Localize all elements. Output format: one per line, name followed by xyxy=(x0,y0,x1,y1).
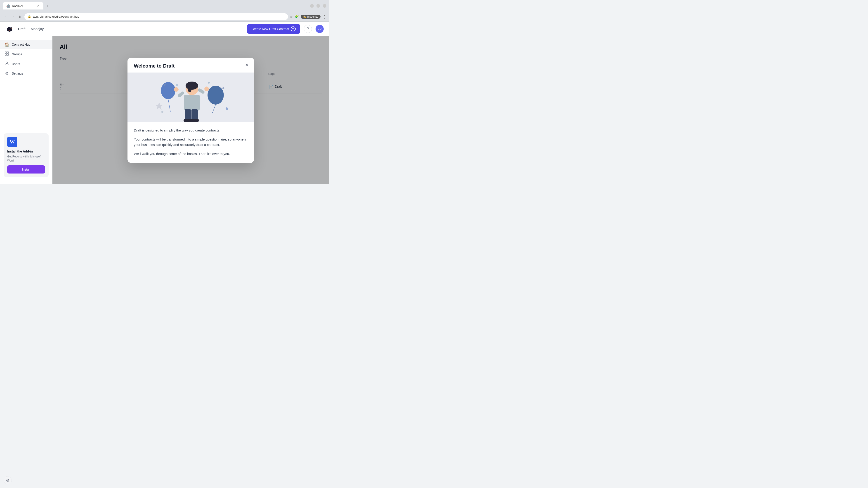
sidebar-label-users: Users xyxy=(12,62,20,66)
browser-ext-area: 🕵 Incognito ⋮ xyxy=(301,14,327,19)
minimize-button[interactable] xyxy=(310,4,314,8)
modal-illustration xyxy=(127,72,254,122)
url-display: app.robinai.co.uk/draft/contract-hub xyxy=(33,15,79,18)
extensions-icon[interactable]: 🧩 xyxy=(295,15,299,19)
reload-button[interactable]: ↻ xyxy=(17,14,23,20)
svg-rect-4 xyxy=(5,52,6,53)
browser-menu-button[interactable]: ⋮ xyxy=(322,14,327,19)
create-new-draft-button[interactable]: Create New Draft Contract + xyxy=(247,24,300,34)
sidebar-item-contract-hub[interactable]: 🏠 Contract Hub xyxy=(0,40,52,49)
browser-tabs: 🤖 Robin AI ✕ + xyxy=(3,2,308,9)
window-controls xyxy=(310,4,327,8)
new-tab-button[interactable]: + xyxy=(44,3,51,9)
word-icon: W xyxy=(7,137,17,147)
sidebar-label-settings: Settings xyxy=(12,72,23,75)
svg-point-25 xyxy=(208,86,224,105)
help-icon: ? xyxy=(307,27,309,31)
sidebar-item-users[interactable]: Users xyxy=(0,59,52,69)
modal-paragraph-3: We'll walk you through some of the basic… xyxy=(134,151,248,157)
svg-rect-6 xyxy=(5,54,6,55)
sidebar-label-groups: Groups xyxy=(12,53,22,56)
home-icon: 🏠 xyxy=(4,42,9,47)
active-tab[interactable]: 🤖 Robin AI ✕ xyxy=(3,2,43,9)
incognito-icon: 🕵 xyxy=(303,15,306,18)
install-title: Install the Add-in xyxy=(7,150,45,153)
header-right: Create New Draft Contract + ? LD xyxy=(247,24,324,34)
close-icon: ✕ xyxy=(245,62,249,68)
svg-rect-21 xyxy=(185,109,191,121)
svg-point-8 xyxy=(6,62,8,64)
svg-point-10 xyxy=(161,82,176,99)
users-icon xyxy=(4,61,9,66)
nav-item-draft[interactable]: Draft xyxy=(18,26,26,32)
modal-overlay[interactable]: ✕ Welcome to Draft xyxy=(53,36,329,184)
app-header: Draft Moodjoy Create New Draft Contract … xyxy=(0,22,329,36)
modal-title: Welcome to Draft xyxy=(134,63,248,69)
settings-icon: ⚙ xyxy=(4,71,9,76)
svg-rect-7 xyxy=(7,54,8,55)
bookmark-icon[interactable]: ☆ xyxy=(290,15,293,19)
sidebar-label-contract-hub: Contract Hub xyxy=(12,43,30,46)
svg-rect-22 xyxy=(191,109,198,121)
maximize-button[interactable] xyxy=(316,4,320,8)
svg-point-19 xyxy=(174,87,179,92)
install-button[interactable]: Install xyxy=(7,165,45,173)
lock-icon: 🔒 xyxy=(28,15,31,18)
address-bar[interactable]: 🔒 app.robinai.co.uk/draft/contract-hub xyxy=(24,13,288,20)
svg-rect-16 xyxy=(184,95,200,110)
content-area: All Type Stage Em C 📄 Draft ⋮ ✕ xyxy=(53,36,329,184)
main-layout: 🏠 Contract Hub Groups Users xyxy=(0,36,329,184)
modal-body: Draft is designed to simplify the way yo… xyxy=(127,122,254,163)
back-button[interactable]: ← xyxy=(3,14,9,20)
plus-icon: + xyxy=(291,26,296,31)
celebration-illustration xyxy=(132,72,250,122)
svg-point-31 xyxy=(176,84,178,86)
incognito-badge: 🕵 Incognito xyxy=(301,15,320,19)
install-add-in-card: W Install the Add-in Get Reports within … xyxy=(4,133,49,177)
modal-header: Welcome to Draft xyxy=(127,58,254,72)
browser-chrome: 🤖 Robin AI ✕ + xyxy=(0,0,329,12)
svg-point-20 xyxy=(204,87,209,91)
browser-toolbar-icons: ☆ 🧩 xyxy=(290,15,299,19)
nav-item-moodjoy[interactable]: Moodjoy xyxy=(31,26,44,32)
address-bar-row: ← → ↻ 🔒 app.robinai.co.uk/draft/contract… xyxy=(0,12,329,22)
svg-point-15 xyxy=(188,87,191,92)
groups-icon xyxy=(4,52,9,57)
modal-paragraph-2: Your contracts will be transformed into … xyxy=(134,137,248,148)
svg-point-1 xyxy=(9,27,12,29)
help-button[interactable]: ? xyxy=(304,25,312,33)
nav-arrows: ← → ↻ xyxy=(3,14,23,20)
user-avatar-button[interactable]: LD xyxy=(315,25,324,33)
avatar-initials: LD xyxy=(318,27,321,31)
sidebar-item-settings[interactable]: ⚙ Settings xyxy=(0,69,52,78)
svg-point-32 xyxy=(208,82,210,84)
sidebar-bottom: W Install the Add-in Get Reports within … xyxy=(0,130,52,181)
modal-close-button[interactable]: ✕ xyxy=(243,61,250,68)
svg-point-14 xyxy=(186,82,198,90)
tab-icon: 🤖 xyxy=(6,4,10,8)
tab-label: Robin AI xyxy=(12,4,23,8)
sidebar: 🏠 Contract Hub Groups Users xyxy=(0,36,53,184)
modal-paragraph-1: Draft is designed to simplify the way yo… xyxy=(134,128,248,133)
tab-close-button[interactable]: ✕ xyxy=(37,4,40,8)
svg-rect-24 xyxy=(190,119,199,122)
svg-rect-5 xyxy=(7,52,8,53)
header-nav: Draft Moodjoy xyxy=(18,26,43,32)
install-description: Get Reports within Microsoft Word! xyxy=(7,155,45,163)
robin-ai-logo xyxy=(5,25,13,33)
sidebar-item-groups[interactable]: Groups xyxy=(0,49,52,59)
logo-area xyxy=(5,25,13,33)
welcome-modal: ✕ Welcome to Draft xyxy=(127,58,254,163)
svg-point-3 xyxy=(11,27,11,28)
forward-button[interactable]: → xyxy=(10,14,16,20)
close-button[interactable] xyxy=(323,4,327,8)
